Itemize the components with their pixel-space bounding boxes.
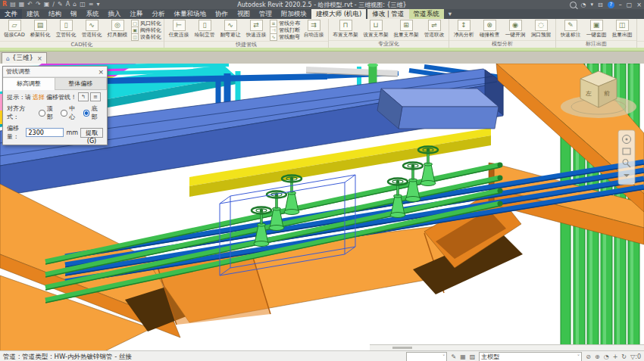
tab-structure[interactable]: 结构 [44, 9, 66, 19]
panel-label: 帮助 [637, 41, 644, 48]
background-processes-icon[interactable]: ↻ [621, 353, 627, 360]
ribbon-state-caret-icon[interactable]: ▾ [444, 9, 456, 19]
tray-convert-button[interactable]: ▤桥架转化 [27, 20, 53, 39]
search-icon[interactable] [570, 2, 577, 8]
riser-convert-button[interactable]: ▯立管转化 [53, 20, 79, 39]
license-button[interactable]: ✓授权 [639, 20, 644, 39]
line-bend-button[interactable]: ∿管线翻弯 [270, 34, 300, 40]
tab-insert[interactable]: 插入 [104, 9, 126, 19]
scrollbar-thumb[interactable] [392, 347, 412, 349]
tag-icon[interactable]: ✎ [58, 1, 63, 8]
tab-collaborate[interactable]: 协作 [211, 9, 233, 19]
tab-annotate[interactable]: 注释 [126, 9, 148, 19]
quick-dimension-button[interactable]: ✎快速标注 [558, 20, 583, 39]
tab-file[interactable]: 文件 [0, 9, 22, 19]
open-icon[interactable]: ▤ [10, 1, 16, 8]
place-hanger-icon: ⊓ [339, 20, 352, 31]
radio-center[interactable]: 中心 [61, 104, 80, 121]
tab-elevation-adjust[interactable]: 标高调整 [3, 77, 55, 90]
clearance-analysis-button[interactable]: ↕净高分析 [451, 20, 477, 39]
radio-bottom[interactable]: 底部 [83, 104, 103, 121]
line-distribute-button[interactable]: ≡管线分布 [270, 20, 300, 26]
horizontal-scrollbar[interactable] [370, 344, 644, 350]
tab-addins[interactable]: 附加模块 [277, 9, 311, 19]
line-break-button[interactable]: ⊣管线打断 [270, 27, 300, 33]
minimize-button[interactable]: – [619, 2, 622, 8]
viewcube-left-face[interactable]: 左 [586, 90, 592, 97]
save-icon[interactable]: ▦ [19, 1, 25, 8]
drawing-area[interactable]: 左 前 管线调整 × 标高调整 整体偏移 提示：请 选择 偏移管线！ ↰ ≡ [0, 64, 644, 350]
redo-icon[interactable]: ↷ [36, 1, 41, 8]
select-underlay-icon[interactable]: ◔ [604, 353, 609, 360]
view-tab-close-icon[interactable]: × [37, 55, 42, 62]
any-connect-button[interactable]: ⊢任意连接 [166, 20, 192, 39]
pipe-linked-edit-button[interactable]: ⇌管道联改 [421, 20, 447, 39]
undo-icon[interactable]: ↶ [27, 1, 33, 8]
qat-customize-icon[interactable]: ▾ [97, 1, 100, 8]
help-icon[interactable]: ? [608, 2, 614, 8]
section-icon[interactable]: ◫ [80, 1, 86, 8]
one-key-opening-button[interactable]: ◉一键开洞 [502, 20, 528, 39]
auto-connect-button[interactable]: ⇉自动连接 [301, 20, 327, 39]
signin-caret-icon[interactable]: ▾ [591, 2, 594, 8]
draw-riser-button[interactable]: ▯绘制立管 [192, 20, 217, 39]
pipe-convert-button[interactable]: ∿管道转化 [79, 20, 105, 39]
pick-button[interactable]: 提取(G) [80, 128, 103, 138]
tab-pipe-systems[interactable]: 管道系统 [409, 9, 444, 19]
bend-avoid-button[interactable]: ∿翻弯避让 [217, 20, 243, 39]
dialog-close-icon[interactable]: × [98, 68, 104, 76]
air-terminal-convert-button[interactable]: ▢风口转化 [131, 20, 161, 26]
display-settings-icon[interactable]: ▦ [460, 353, 466, 360]
thin-lines-icon[interactable]: ≡ [89, 1, 94, 8]
settings-list-icon[interactable]: ≡ [90, 92, 101, 101]
fixture-convert-button[interactable]: ◎灯具翻模 [105, 20, 130, 39]
tab-analyze[interactable]: 分析 [148, 9, 170, 19]
workset-combo[interactable]: ˅ [406, 352, 447, 361]
worksharing-display-icon[interactable]: ▨ [470, 353, 476, 360]
tab-modify-pipe[interactable]: 修改 | 管道 [367, 9, 408, 19]
opening-reserve-button[interactable]: ◌洞口预留 [528, 20, 554, 39]
drag-elements-icon[interactable]: + [613, 353, 618, 360]
offset-input[interactable] [26, 128, 64, 137]
tab-steel[interactable]: 钢 [66, 9, 82, 19]
setup-hanger-button[interactable]: ⊔设置支吊架 [361, 20, 391, 39]
tab-massing-site[interactable]: 体量和场地 [170, 9, 211, 19]
batch-hanger-button[interactable]: ⊞批量支吊架 [391, 20, 421, 39]
batch-export-button[interactable]: ◫批量出图 [609, 20, 635, 39]
close-button[interactable]: × [636, 2, 642, 8]
clash-check-button[interactable]: ⊗碰撞检查 [477, 20, 502, 39]
radio-top[interactable]: 顶部 [39, 104, 58, 121]
equipment-convert-button[interactable]: ◫设备转化 [131, 34, 161, 40]
pick-previous-icon[interactable]: ↰ [78, 92, 89, 101]
default-3d-view-icon[interactable]: ⌂ [73, 1, 77, 8]
quick-connect-button[interactable]: ⇄快速连接 [243, 20, 269, 39]
steel-blue-box[interactable] [377, 89, 499, 129]
one-key-sheet-button[interactable]: ▣一键套图 [583, 20, 609, 39]
tab-systems[interactable]: 系统 [82, 9, 104, 19]
fixture-convert-icon: ◎ [111, 20, 124, 31]
panel-label: 专业深化 [329, 40, 449, 48]
restore-button[interactable]: ▢ [627, 2, 633, 8]
tab-modeling-master-mep[interactable]: 建模大师 (机电) [311, 9, 366, 19]
print-icon[interactable]: ▣ [44, 1, 50, 8]
valve-convert-button[interactable]: ▣阀件转化 [131, 27, 161, 33]
signin-icon[interactable]: ◔ [581, 2, 586, 8]
viewcube-front-face[interactable]: 前 [604, 90, 610, 97]
navigation-bar[interactable] [618, 130, 635, 185]
tab-view[interactable]: 视图 [233, 9, 255, 19]
editable-only-icon[interactable]: ✎ [451, 353, 456, 360]
view-tab-3d[interactable]: ⌂ {三维} × [2, 52, 47, 64]
app-store-icon[interactable]: ⊟ [598, 2, 603, 8]
revit-logo-icon[interactable]: R [2, 1, 7, 8]
place-hanger-button[interactable]: ⊓布置支吊架 [330, 20, 361, 39]
measure-icon[interactable]: ∕ [52, 1, 55, 8]
link-cad-button[interactable]: ▱链接CAD [2, 20, 27, 39]
filter-icon[interactable]: ▽:0 [630, 353, 641, 360]
design-option-combo[interactable]: 主模型˅ [479, 352, 582, 361]
select-pinned-icon[interactable]: ⊕ [595, 353, 600, 360]
tab-overall-offset[interactable]: 整体偏移 [55, 77, 108, 90]
text-icon[interactable]: A [66, 1, 70, 8]
exclude-options-icon[interactable]: ⊘ [586, 353, 591, 360]
tab-architecture[interactable]: 建筑 [22, 9, 44, 19]
tab-manage[interactable]: 管理 [255, 9, 277, 19]
